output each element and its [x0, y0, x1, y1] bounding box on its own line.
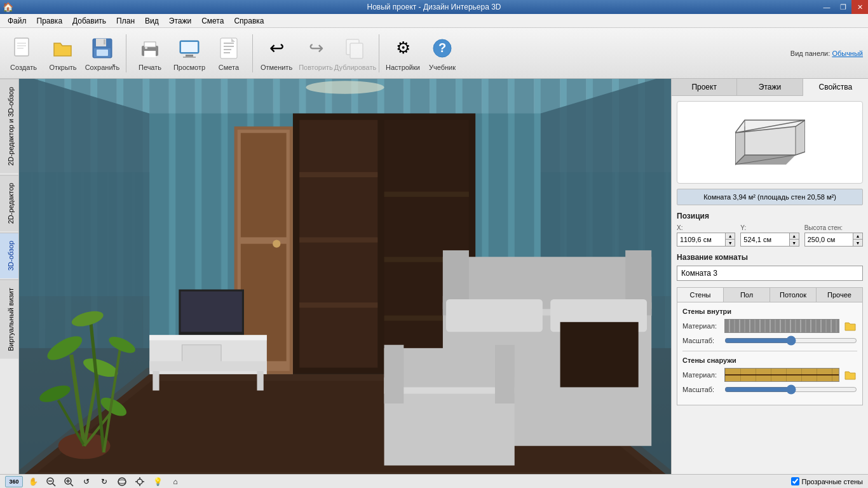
- menu-add[interactable]: Добавить: [67, 15, 111, 27]
- tab-3d[interactable]: 3D-обзор: [0, 233, 18, 278]
- walls-outer-scale-slider[interactable]: [724, 384, 857, 395]
- duplicate-label: Дублировать: [334, 64, 376, 71]
- tab-2d[interactable]: 2D-редактор: [0, 175, 18, 231]
- panel-view-link[interactable]: Обычный: [832, 50, 863, 57]
- menu-help[interactable]: Справка: [229, 15, 269, 27]
- svg-rect-81: [495, 345, 515, 403]
- create-button[interactable]: Создать: [5, 31, 42, 76]
- main-area: 2D-редактор и 3D-обзор 2D-редактор 3D-об…: [0, 79, 868, 474]
- settings-icon: ⚙: [390, 36, 416, 61]
- menu-file[interactable]: Файл: [3, 15, 32, 27]
- room-name-input[interactable]: [677, 266, 863, 281]
- print-label: Печать: [139, 64, 161, 71]
- tab-virtual-tour[interactable]: Виртуальный визит: [0, 280, 18, 359]
- surface-tab-walls[interactable]: Стены: [677, 288, 724, 302]
- y-up[interactable]: ▲: [790, 233, 799, 240]
- viewport[interactable]: [19, 79, 671, 474]
- duplicate-button[interactable]: Дублировать: [337, 31, 374, 76]
- height-up[interactable]: ▲: [853, 233, 862, 240]
- print-button[interactable]: Печать: [132, 31, 168, 76]
- walls-outer-scale-label: Масштаб:: [682, 386, 721, 393]
- height-field: Высота стен: ▲ ▼: [804, 224, 863, 247]
- tab-floors[interactable]: Этажи: [737, 79, 803, 95]
- svg-rect-15: [186, 55, 193, 57]
- menu-plan[interactable]: План: [111, 15, 140, 27]
- surface-tab-ceiling[interactable]: Потолок: [770, 288, 817, 302]
- transparent-walls-checkbox[interactable]: [791, 477, 799, 485]
- svg-rect-11: [144, 51, 156, 57]
- tab-project[interactable]: Проект: [672, 79, 737, 95]
- svg-rect-36: [299, 120, 377, 368]
- transparent-walls-label[interactable]: Прозрачные стены: [791, 477, 863, 485]
- menu-floors[interactable]: Этажи: [164, 15, 196, 27]
- duplicate-icon: [342, 36, 368, 61]
- settings-button[interactable]: ⚙ Настройки: [384, 31, 421, 76]
- x-down[interactable]: ▼: [726, 240, 735, 246]
- y-down[interactable]: ▼: [790, 240, 799, 246]
- menu-estimate[interactable]: Смета: [196, 15, 229, 27]
- settings-label: Настройки: [386, 64, 420, 71]
- app-icon: 🏠: [3, 2, 13, 12]
- status-tools: 360 ✋ ↺ ↻ 💡 ⌂: [5, 476, 786, 487]
- svg-point-48: [273, 240, 280, 248]
- open-button[interactable]: Открыть: [44, 31, 81, 76]
- tutorial-label: Учебник: [429, 64, 456, 71]
- tutorial-button[interactable]: ? Учебник: [424, 31, 461, 76]
- walls-inner-scale-slider[interactable]: [724, 336, 857, 346]
- x-input[interactable]: [677, 233, 725, 246]
- tool-orbit[interactable]: [114, 476, 130, 487]
- y-spinner[interactable]: ▲ ▼: [740, 233, 799, 247]
- walls-inner-folder-btn[interactable]: [843, 319, 857, 333]
- 3d-scene: [19, 79, 671, 474]
- tool-home[interactable]: ⌂: [168, 476, 183, 487]
- undo-button[interactable]: ↩ Отменить: [258, 31, 295, 76]
- tool-rotate-ccw[interactable]: ↺: [79, 476, 94, 487]
- svg-rect-75: [446, 299, 543, 332]
- tool-zoom-in[interactable]: [61, 476, 76, 487]
- close-button[interactable]: ✕: [851, 0, 868, 14]
- tab-properties[interactable]: Свойства: [803, 79, 868, 96]
- surface-tabs: Стены Пол Потолок Прочее: [677, 287, 863, 302]
- estimate-button[interactable]: Смета: [210, 31, 247, 76]
- toolbar-sep-2: [252, 34, 253, 72]
- create-label: Создать: [10, 64, 37, 71]
- tool-hand[interactable]: ✋: [25, 476, 41, 487]
- height-spinner-btns: ▲ ▼: [853, 233, 862, 246]
- open-icon: [50, 36, 76, 61]
- redo-button[interactable]: ↪ Повторить: [297, 31, 334, 76]
- svg-rect-8: [97, 50, 108, 56]
- height-down[interactable]: ▼: [853, 240, 862, 246]
- undo-icon: ↩: [264, 36, 289, 61]
- walls-outer-folder-btn[interactable]: [843, 368, 857, 382]
- surface-tab-floor[interactable]: Пол: [724, 288, 770, 302]
- walls-outer-swatch[interactable]: [724, 368, 839, 382]
- surface-tab-other[interactable]: Прочее: [817, 288, 862, 302]
- tool-360[interactable]: 360: [5, 476, 23, 487]
- menu-view[interactable]: Вид: [140, 15, 164, 27]
- undo-label: Отменить: [261, 64, 292, 71]
- y-input[interactable]: [741, 233, 789, 246]
- tool-pan[interactable]: [132, 476, 147, 487]
- estimate-label: Смета: [219, 64, 239, 71]
- create-icon: [11, 36, 36, 61]
- x-up[interactable]: ▲: [726, 233, 735, 240]
- svg-rect-23: [350, 43, 363, 58]
- menu-edit[interactable]: Правка: [32, 15, 68, 27]
- x-spinner[interactable]: ▲ ▼: [677, 233, 735, 247]
- walls-inner-swatch[interactable]: [724, 319, 839, 333]
- tool-zoom-out[interactable]: [43, 476, 58, 487]
- maximize-button[interactable]: ❐: [835, 0, 851, 14]
- height-spinner[interactable]: ▲ ▼: [804, 233, 863, 247]
- walls-inner-scale-label: Масштаб:: [682, 337, 721, 344]
- preview-button[interactable]: Просмотр: [171, 31, 208, 76]
- height-input[interactable]: [805, 233, 853, 246]
- tool-rotate-cw[interactable]: ↻: [97, 476, 112, 487]
- title-bar-controls: — ❐ ✕: [818, 0, 868, 14]
- tool-light[interactable]: 💡: [150, 476, 165, 487]
- redo-label: Повторить: [299, 64, 333, 71]
- room-info: Комната 3,94 м² (площадь стен 20,58 м²): [677, 189, 863, 205]
- tab-2d-3d[interactable]: 2D-редактор и 3D-обзор: [0, 79, 18, 173]
- save-button[interactable]: Сохранить ▼: [84, 31, 121, 76]
- minimize-button[interactable]: —: [818, 0, 835, 14]
- surface-group-divider: [682, 351, 857, 351]
